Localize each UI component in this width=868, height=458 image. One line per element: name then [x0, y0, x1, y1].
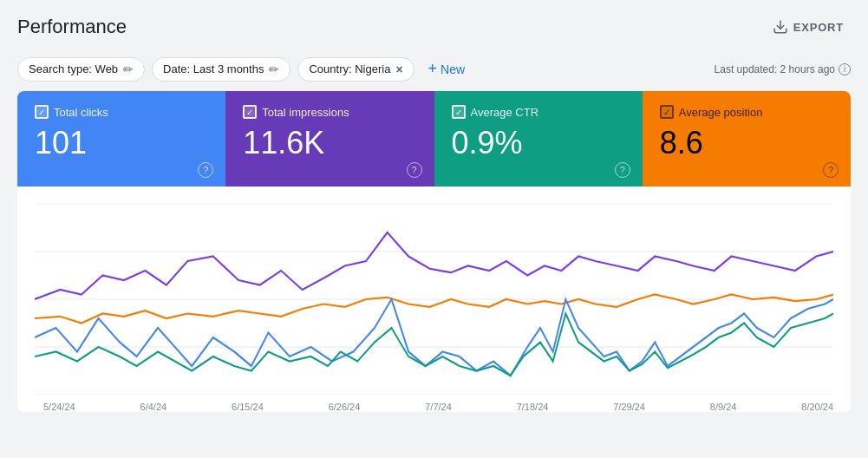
clicks-label: Total clicks [54, 106, 108, 119]
edit-icon: ✏ [269, 62, 279, 76]
filter-bar: Search type: Web ✏ Date: Last 3 months ✏… [0, 50, 868, 91]
x-label-4: 7/7/24 [425, 402, 452, 412]
x-label-0: 5/24/24 [43, 402, 75, 412]
ctr-help-icon[interactable]: ? [615, 162, 630, 178]
x-label-7: 8/9/24 [710, 402, 737, 412]
x-label-6: 7/29/24 [613, 402, 645, 412]
date-filter[interactable]: Date: Last 3 months ✏ [152, 57, 290, 82]
impressions-label: Total impressions [262, 106, 349, 119]
new-filter-button[interactable]: + New [421, 56, 473, 82]
metric-card-impressions[interactable]: ✓ Total impressions 11.6K ? [225, 91, 434, 186]
x-label-3: 6/26/24 [329, 402, 361, 412]
x-label-5: 7/18/24 [517, 402, 549, 412]
checkbox-clicks: ✓ [35, 105, 49, 119]
x-label-1: 6/4/24 [140, 402, 167, 412]
country-filter[interactable]: Country: Nigeria × [297, 57, 414, 82]
x-axis-labels: 5/24/24 6/4/24 6/15/24 6/26/24 7/7/24 7/… [35, 398, 833, 412]
metric-label-impressions: ✓ Total impressions [243, 105, 416, 119]
header: Performance EXPORT [0, 0, 868, 50]
clicks-value: 101 [35, 126, 208, 160]
checkbox-ctr: ✓ [452, 105, 466, 119]
metric-label-position: ✓ Average position [660, 105, 833, 119]
edit-icon: ✏ [123, 62, 134, 76]
metrics-container: ✓ Total clicks 101 ? ✓ Total impressions… [17, 91, 851, 186]
ctr-label: Average CTR [471, 106, 539, 119]
country-label: Country: Nigeria [309, 62, 390, 75]
plus-icon: + [428, 60, 438, 78]
checkbox-position: ✓ [660, 105, 674, 119]
x-label-8: 8/20/24 [801, 402, 833, 412]
ctr-value: 0.9% [452, 126, 625, 160]
performance-chart [35, 204, 833, 395]
close-icon[interactable]: × [395, 62, 402, 76]
position-value: 8.6 [660, 126, 833, 160]
export-button[interactable]: EXPORT [766, 14, 851, 40]
clicks-help-icon[interactable]: ? [198, 162, 213, 178]
page-container: Performance EXPORT Search type: Web ✏ Da… [0, 0, 868, 412]
last-updated-text: Last updated: 2 hours ago [715, 63, 835, 75]
export-icon [773, 19, 788, 35]
chart-container: 5/24/24 6/4/24 6/15/24 6/26/24 7/7/24 7/… [17, 186, 851, 412]
x-label-2: 6/15/24 [232, 402, 264, 412]
impressions-value: 11.6K [243, 126, 416, 160]
last-updated-info: Last updated: 2 hours ago i [715, 63, 851, 75]
metric-card-clicks[interactable]: ✓ Total clicks 101 ? [17, 91, 225, 186]
metric-label-ctr: ✓ Average CTR [452, 105, 625, 119]
export-label: EXPORT [793, 21, 844, 34]
date-label: Date: Last 3 months [163, 62, 264, 75]
search-type-label: Search type: Web [29, 62, 118, 75]
search-type-filter[interactable]: Search type: Web ✏ [17, 57, 145, 82]
page-title: Performance [17, 16, 127, 38]
checkbox-impressions: ✓ [243, 105, 257, 119]
impressions-help-icon[interactable]: ? [407, 162, 422, 178]
metric-label-clicks: ✓ Total clicks [35, 105, 208, 119]
metric-card-ctr[interactable]: ✓ Average CTR 0.9% ? [434, 91, 643, 186]
metric-card-position[interactable]: ✓ Average position 8.6 ? [643, 91, 851, 186]
info-icon: i [839, 63, 851, 75]
position-help-icon[interactable]: ? [823, 162, 839, 178]
new-label: New [441, 62, 465, 76]
position-label: Average position [679, 106, 763, 119]
